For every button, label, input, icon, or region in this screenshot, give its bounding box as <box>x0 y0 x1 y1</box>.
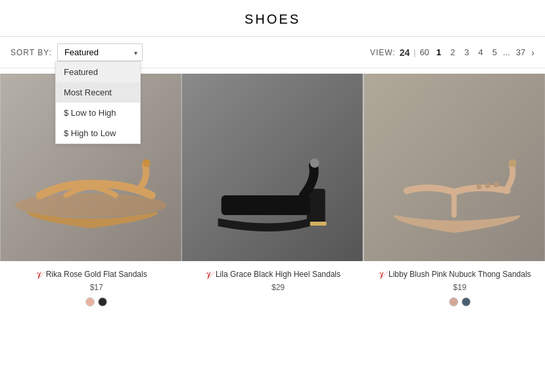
page-2[interactable]: 2 <box>447 46 458 59</box>
sort-dropdown[interactable]: Featured Most Recent $ Low to High $ Hig… <box>57 43 143 61</box>
product-image-svg-2 <box>181 74 363 261</box>
vince-camuto-logo-1: 𝒱 <box>35 270 42 282</box>
vince-camuto-logo-3: 𝒱 <box>377 270 385 282</box>
view-divider: | <box>414 48 415 57</box>
sort-section: SORT BY: Featured Most Recent $ Low to H… <box>11 43 143 61</box>
color-swatch-3b[interactable] <box>462 297 471 306</box>
sort-option-featured[interactable]: Featured <box>56 62 140 82</box>
product-price-3: $19 <box>389 283 531 292</box>
color-swatch-3a[interactable] <box>449 297 458 306</box>
page-ellipsis: ... <box>503 47 510 57</box>
product-price-1: $17 <box>46 283 147 292</box>
product-details-3: Libby Blush Pink Nubuck Thong Sandals $1… <box>389 269 531 306</box>
sort-option-most-recent[interactable]: Most Recent <box>56 82 140 103</box>
svg-point-11 <box>485 183 490 188</box>
color-swatches-3 <box>389 297 531 306</box>
page-title: SHOES <box>0 0 545 37</box>
svg-point-2 <box>143 159 151 167</box>
svg-point-10 <box>476 184 481 189</box>
product-info-2: 𝒱 Lila Grace Black High Heel Sandals $29 <box>181 269 363 297</box>
svg-rect-8 <box>364 74 544 261</box>
svg-point-12 <box>493 182 498 187</box>
product-info-1: 𝒱 Rika Rose Gold Flat Sandals $17 <box>0 269 181 306</box>
next-page-arrow[interactable]: › <box>531 47 534 58</box>
color-swatches-1 <box>46 297 147 306</box>
sort-select-wrapper: Featured Most Recent $ Low to High $ Hig… <box>57 43 143 61</box>
pagination: 1 2 3 4 5 ... 37 › <box>433 46 534 59</box>
view-count-60[interactable]: 60 <box>419 47 429 57</box>
product-image-svg-3 <box>364 74 545 261</box>
product-card-3: 𝒱 Libby Blush Pink Nubuck Thong Sandals … <box>364 74 545 320</box>
product-info-3: 𝒱 Libby Blush Pink Nubuck Thong Sandals … <box>364 269 545 306</box>
color-swatch-1a[interactable] <box>85 297 95 306</box>
product-image-2[interactable] <box>181 74 363 261</box>
color-swatch-1b[interactable] <box>98 297 107 306</box>
vince-camuto-logo-2: 𝒱 <box>204 270 212 282</box>
page-4[interactable]: 4 <box>475 46 486 59</box>
product-name-2: Lila Grace Black High Heel Sandals <box>216 269 341 280</box>
svg-point-13 <box>508 159 516 167</box>
sort-option-price-low[interactable]: $ Low to High <box>56 103 140 123</box>
svg-rect-6 <box>222 195 310 215</box>
product-details-2: Lila Grace Black High Heel Sandals $29 <box>216 269 341 297</box>
toolbar: SORT BY: Featured Most Recent $ Low to H… <box>0 37 545 68</box>
sort-label: SORT BY: <box>11 48 52 57</box>
product-image-3[interactable] <box>364 74 545 261</box>
svg-point-7 <box>310 159 320 168</box>
page-1[interactable]: 1 <box>433 46 444 59</box>
svg-rect-3 <box>182 74 363 261</box>
product-card-2: 𝒱 Lila Grace Black High Heel Sandals $29 <box>181 74 363 320</box>
product-price-2: $29 <box>216 283 341 292</box>
sort-option-price-high[interactable]: $ High to Low <box>56 123 140 143</box>
view-label: VIEW: <box>370 48 396 57</box>
sort-dropdown-menu: Featured Most Recent $ Low to High $ Hig… <box>55 61 141 144</box>
page-5[interactable]: 5 <box>489 46 500 59</box>
page-3[interactable]: 3 <box>461 46 472 59</box>
product-name-3: Libby Blush Pink Nubuck Thong Sandals <box>389 269 531 280</box>
product-details-1: Rika Rose Gold Flat Sandals $17 <box>46 269 147 306</box>
page-37[interactable]: 37 <box>513 46 529 59</box>
product-name-1: Rika Rose Gold Flat Sandals <box>46 269 147 280</box>
view-count-24[interactable]: 24 <box>400 47 410 58</box>
view-section: VIEW: 24 | 60 1 2 3 4 5 ... 37 › <box>370 46 534 59</box>
